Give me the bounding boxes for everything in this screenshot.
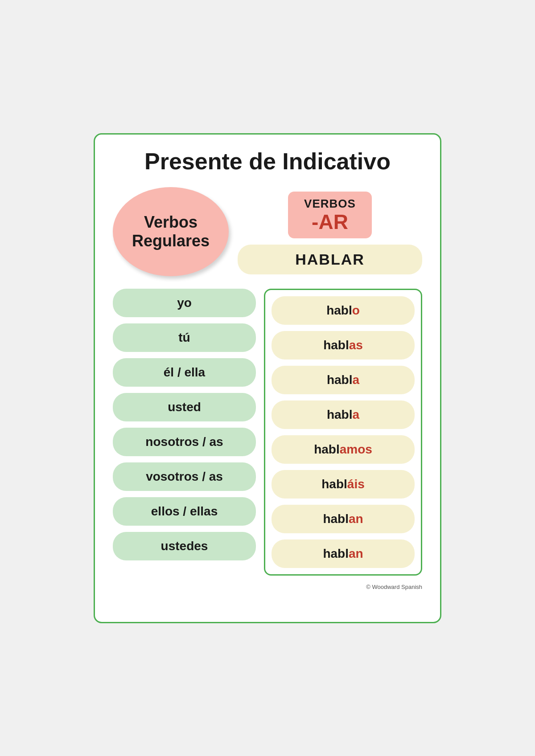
pronoun-pill: vosotros / as xyxy=(113,462,256,491)
pronoun-pill: ellos / ellas xyxy=(113,497,256,526)
verbos-ar-label: VERBOS xyxy=(304,197,356,211)
pronoun-pill: nosotros / as xyxy=(113,428,256,456)
pronoun-pill: usted xyxy=(113,393,256,421)
pronoun-pill: él / ella xyxy=(113,358,256,387)
verbos-regulares-oval: VerbosRegulares xyxy=(113,187,229,276)
pronoun-pill: tú xyxy=(113,323,256,352)
card: Presente de Indicativo VerbosRegulares V… xyxy=(94,133,441,623)
verb-pill: hablas xyxy=(272,331,415,360)
copyright: © Woodward Spanish xyxy=(113,584,422,590)
hablar-text: HABLAR xyxy=(264,251,395,268)
hablar-box: HABLAR xyxy=(238,245,422,274)
verb-pill: hablan xyxy=(272,539,415,568)
verbos-regulares-text: VerbosRegulares xyxy=(132,213,210,250)
verbos-ar-box: VERBOS -AR xyxy=(288,192,372,239)
verb-pill: hablo xyxy=(272,296,415,325)
verb-pill: habláis xyxy=(272,470,415,499)
pronoun-pill: ustedes xyxy=(113,532,256,560)
verb-pill: hablan xyxy=(272,505,415,533)
pronoun-pill: yo xyxy=(113,289,256,317)
verb-pill: habla xyxy=(272,366,415,394)
top-section: VerbosRegulares VERBOS -AR HABLAR xyxy=(113,187,422,276)
main-title: Presente de Indicativo xyxy=(144,148,391,175)
verbos-ar-suffix: -AR xyxy=(304,211,356,233)
verb-pill: habla xyxy=(272,400,415,429)
right-top: VERBOS -AR HABLAR xyxy=(238,187,422,275)
verb-pill: hablamos xyxy=(272,435,415,464)
pronouns-col: yotúél / ellaustednosotros / asvosotros … xyxy=(113,289,256,576)
main-grid: yotúél / ellaustednosotros / asvosotros … xyxy=(113,289,422,576)
verbs-col-wrapper: hablohablashablahablahablamoshabláishabl… xyxy=(264,289,422,576)
